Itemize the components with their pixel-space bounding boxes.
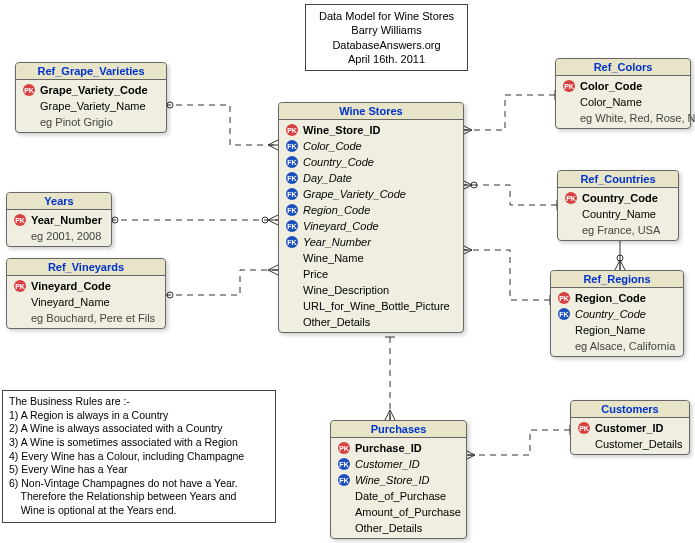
attr: Day_Date	[303, 172, 352, 184]
attr: Year_Number	[303, 236, 371, 248]
entity-customers: Customers PKCustomer_ID Customer_Details	[570, 400, 690, 455]
attr: Region_Code	[575, 292, 646, 304]
fk-icon: FK	[557, 307, 571, 321]
entity-wine-stores: Wine Stores PKWine_Store_ID FKColor_Code…	[278, 102, 464, 333]
attr: Color_Name	[580, 96, 642, 108]
entity-regions: Ref_Regions PKRegion_Code FKCountry_Code…	[550, 270, 684, 357]
attr: Customer_ID	[355, 458, 420, 470]
fk-icon: FK	[285, 235, 299, 249]
attr: Year_Number	[31, 214, 102, 226]
entity-title: Customers	[571, 401, 689, 418]
fk-icon: FK	[337, 473, 351, 487]
attr: Purchase_ID	[355, 442, 422, 454]
title-line: April 16th. 2011	[314, 52, 459, 66]
entity-title: Ref_Grape_Varieties	[16, 63, 166, 80]
rule-line: Wine is optional at the Years end.	[9, 504, 269, 518]
rule-line: 3) A Wine is sometimes associated with a…	[9, 436, 269, 450]
entity-title: Ref_Vineyards	[7, 259, 165, 276]
pk-icon: PK	[577, 421, 591, 435]
pk-icon: PK	[562, 79, 576, 93]
attr: URL_for_Wine_Bottle_Picture	[303, 300, 450, 312]
attr: Region_Code	[303, 204, 370, 216]
entity-title: Wine Stores	[279, 103, 463, 120]
rule-line: 2) A Wine is always associated with a Co…	[9, 422, 269, 436]
entity-title: Ref_Countries	[558, 171, 678, 188]
attr: Country_Code	[303, 156, 374, 168]
rules-heading: The Business Rules are :-	[9, 395, 269, 409]
entity-title: Ref_Colors	[556, 59, 690, 76]
rule-line: 6) Non-Vintage Champagnes do not have a …	[9, 477, 269, 491]
attr: Country_Name	[582, 208, 656, 220]
entity-vineyards: Ref_Vineyards PKVineyard_Code Vineyard_N…	[6, 258, 166, 329]
entity-grape-varieties: Ref_Grape_Varieties PKGrape_Variety_Code…	[15, 62, 167, 133]
attr: Customer_Details	[595, 438, 682, 450]
svg-point-5	[617, 255, 623, 261]
entity-colors: Ref_Colors PKColor_Code Color_Name eg Wh…	[555, 58, 691, 129]
pk-icon: PK	[337, 441, 351, 455]
title-line: Data Model for Wine Stores	[314, 9, 459, 23]
attr: Vineyard_Name	[31, 296, 110, 308]
rule-line: 4) Every Wine has a Colour, including Ch…	[9, 450, 269, 464]
pk-icon: PK	[13, 213, 27, 227]
example: eg France, USA	[582, 224, 660, 236]
entity-countries: Ref_Countries PKCountry_Code Country_Nam…	[557, 170, 679, 241]
rule-line: 5) Every Wine has a Year	[9, 463, 269, 477]
attr: Country_Code	[575, 308, 646, 320]
example: eg 2001, 2008	[31, 230, 101, 242]
attr: Wine_Description	[303, 284, 389, 296]
pk-icon: PK	[557, 291, 571, 305]
entity-title: Years	[7, 193, 111, 210]
svg-point-0	[167, 102, 173, 108]
entity-purchases: Purchases PKPurchase_ID FKCustomer_ID FK…	[330, 420, 467, 539]
svg-point-4	[471, 182, 477, 188]
diagram-title: Data Model for Wine Stores Barry William…	[305, 4, 468, 71]
pk-icon: PK	[285, 123, 299, 137]
entity-title: Ref_Regions	[551, 271, 683, 288]
business-rules: The Business Rules are :- 1) A Region is…	[2, 390, 276, 523]
svg-point-2	[262, 217, 268, 223]
attr: Other_Details	[303, 316, 370, 328]
attr: Date_of_Purchase	[355, 490, 446, 502]
attr: Other_Details	[355, 522, 422, 534]
svg-point-3	[167, 292, 173, 298]
attr: Price	[303, 268, 328, 280]
attr: Vineyard_Code	[31, 280, 111, 292]
pk-icon: PK	[564, 191, 578, 205]
entity-years: Years PKYear_Number eg 2001, 2008	[6, 192, 112, 247]
svg-point-1	[112, 217, 118, 223]
attr: Wine_Store_ID	[303, 124, 381, 136]
attr: Grape_Variety_Code	[40, 84, 148, 96]
example: eg Alsace, California	[575, 340, 675, 352]
fk-icon: FK	[285, 203, 299, 217]
attr: Customer_ID	[595, 422, 663, 434]
attr: Grape_Variety_Name	[40, 100, 146, 112]
attr: Vineyard_Code	[303, 220, 379, 232]
attr: Country_Code	[582, 192, 658, 204]
attr: Amount_of_Purchase	[355, 506, 461, 518]
fk-icon: FK	[285, 219, 299, 233]
fk-icon: FK	[285, 155, 299, 169]
rule-line: 1) A Region is always in a Country	[9, 409, 269, 423]
attr: Color_Code	[580, 80, 642, 92]
fk-icon: FK	[285, 171, 299, 185]
attr: Wine_Name	[303, 252, 364, 264]
example: eg Pinot Grigio	[40, 116, 113, 128]
example: eg White, Red, Rose, N/A	[580, 112, 695, 124]
entity-title: Purchases	[331, 421, 466, 438]
fk-icon: FK	[285, 139, 299, 153]
pk-icon: PK	[13, 279, 27, 293]
fk-icon: FK	[337, 457, 351, 471]
attr: Region_Name	[575, 324, 645, 336]
title-line: Barry Williams	[314, 23, 459, 37]
title-line: DatabaseAnswers.org	[314, 38, 459, 52]
pk-icon: PK	[22, 83, 36, 97]
example: eg Bouchard, Pere et Fils	[31, 312, 155, 324]
attr: Grape_Variety_Code	[303, 188, 406, 200]
attr: Wine_Store_ID	[355, 474, 430, 486]
fk-icon: FK	[285, 187, 299, 201]
attr: Color_Code	[303, 140, 362, 152]
rule-line: Therefore the Relationship between Years…	[9, 490, 269, 504]
